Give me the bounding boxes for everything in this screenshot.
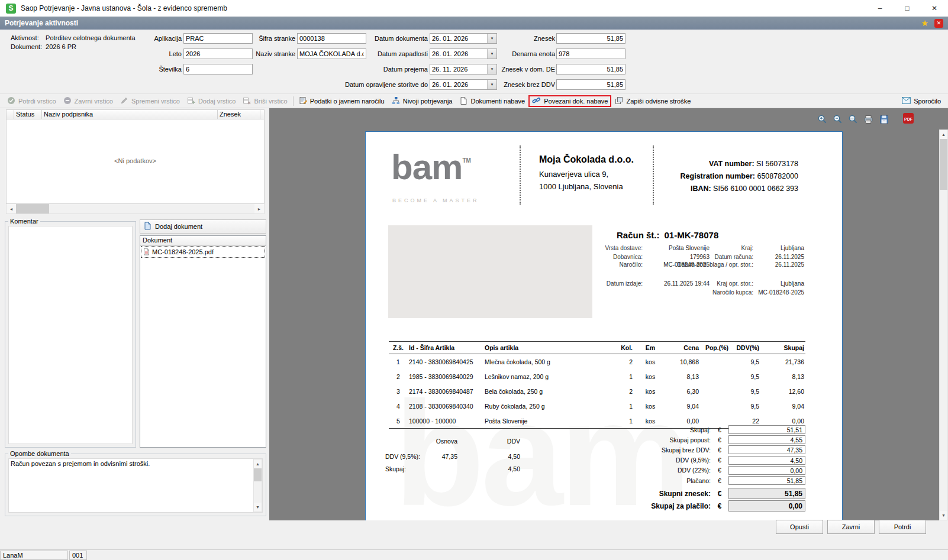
dotted-separator xyxy=(520,145,521,205)
notes-memo[interactable]: Račun povezan s prejemom in odvisnimi st… xyxy=(8,458,263,513)
datum-zapadlosti-label: Datum zapadlosti xyxy=(356,50,428,58)
datum-dokumenta-combo[interactable]: 26. 01. 2026 ▼ xyxy=(430,33,497,44)
invoice-totals: Skupaj: € 51,51 Skupaj popust: € 4,55 Sk… xyxy=(610,425,805,512)
dokument-value: 2026 6 PR xyxy=(46,43,76,50)
zoom-out-icon[interactable] xyxy=(832,114,843,125)
potrdi-vrstico-button: Potrdi vrstico xyxy=(4,95,60,107)
grid-col-naziv-podpisnika[interactable]: Naziv podpisnika xyxy=(42,109,218,119)
notes-vertical-scrollbar[interactable]: ▲ ▼ xyxy=(253,459,262,512)
pdf-file-icon xyxy=(143,248,150,257)
cascade-windows-icon xyxy=(615,96,623,106)
save-icon[interactable] xyxy=(878,114,889,125)
grid-horizontal-scrollbar[interactable]: ◄ ► xyxy=(6,204,265,214)
scroll-right-arrow[interactable]: ► xyxy=(254,204,264,213)
add-document-button[interactable]: Dodaj dokument xyxy=(140,219,266,234)
invoice-total-row: Skupni znesek: € 51,85 xyxy=(610,487,805,500)
exit-icon[interactable]: ✕ xyxy=(934,19,943,28)
denarna-enota-field[interactable] xyxy=(556,48,625,59)
sporocilo-button[interactable]: Sporočilo xyxy=(898,96,944,106)
zavrni-vrstico-button: Zavrni vrstico xyxy=(60,95,117,107)
documents-column-header[interactable]: Dokument xyxy=(140,236,266,246)
aplikacija-label: Aplikacija xyxy=(136,35,182,43)
check-circle-icon xyxy=(7,96,15,106)
pdf-icon[interactable]: PDF xyxy=(902,112,914,125)
signers-grid: Status Naziv podpisnika Znesek <Ni podat… xyxy=(6,109,265,214)
znesek-field[interactable] xyxy=(556,33,625,44)
invoice-item-row: 1 2140 - 3830069840425 Mlečna čokolada, … xyxy=(389,354,805,370)
zapisi-odvisne-stroske-button[interactable]: Zapiši odvisne stroške xyxy=(611,95,694,107)
nivoji-potrjevanja-button[interactable]: Nivoji potrjevanja xyxy=(388,95,456,107)
grid-col-status[interactable]: Status xyxy=(14,109,42,119)
invoice-table-header-row: Z.š.Id - Šifra ArtiklaOpis artiklaKol.Em… xyxy=(389,342,805,354)
scroll-thumb[interactable] xyxy=(254,468,262,481)
scroll-left-arrow[interactable]: ◄ xyxy=(7,204,16,213)
scroll-down-arrow[interactable]: ▼ xyxy=(940,511,947,520)
invoice-total-row: Skupaj za plačilo: € 0,00 xyxy=(610,500,805,512)
grid-col-znesek[interactable]: Znesek xyxy=(218,109,260,119)
scroll-down-arrow[interactable]: ▼ xyxy=(254,503,262,512)
window-title: Saop Potrjevanje - Javna ustanova - Šola… xyxy=(21,4,227,12)
zoom-in-icon[interactable] xyxy=(817,114,828,125)
invoice-total-row: Plačano: € 51,85 xyxy=(610,475,805,485)
stevilka-field[interactable] xyxy=(183,64,253,75)
komentar-textarea[interactable] xyxy=(8,226,133,444)
activity-header: Potrjevanje aktivnosti ★ ✕ xyxy=(0,17,948,30)
datum-storitve-combo[interactable]: 26. 01. 2026 ▼ xyxy=(430,79,497,90)
notes-text: Račun povezan s prejemom in odvisnimi st… xyxy=(11,460,249,467)
signers-grid-body: <Ni podatkov> xyxy=(6,119,265,204)
scroll-track[interactable] xyxy=(940,139,947,511)
scroll-thumb[interactable] xyxy=(940,139,947,190)
delete-row-icon xyxy=(243,96,251,106)
invoice-item-row: 4 2108 - 3830069840340 Ruby čokolada, 25… xyxy=(389,399,805,413)
dotted-separator xyxy=(653,145,654,205)
invoice-column-header: DDV(%) xyxy=(730,342,760,354)
status-code: 001 xyxy=(69,551,87,560)
aktivnost-label: Aktivnost: xyxy=(11,34,44,41)
envelope-icon xyxy=(902,97,911,105)
pdf-vertical-scrollbar[interactable]: ▲ ▼ xyxy=(939,130,948,520)
maximize-button[interactable]: □ xyxy=(894,0,921,17)
favorite-star-icon[interactable]: ★ xyxy=(921,19,928,27)
scroll-up-arrow[interactable]: ▲ xyxy=(940,130,947,139)
document-pencil-icon xyxy=(299,96,307,106)
print-icon[interactable] xyxy=(863,114,874,125)
naziv-stranke-label: Naziv stranke xyxy=(243,50,295,58)
application-window: S Saop Potrjevanje - Javna ustanova - Šo… xyxy=(0,0,948,560)
vendor-address: Moja Čokolada d.o.o. Kunaverjeva ulica 9… xyxy=(539,154,634,193)
znesek-brez-ddv-field[interactable] xyxy=(556,79,625,90)
scroll-thumb[interactable] xyxy=(16,204,49,213)
invoice-column-header: Skupaj xyxy=(760,342,805,354)
pdf-toolbar: 100 xyxy=(817,114,889,125)
datum-zapadlosti-combo[interactable]: 26. 01. 2026 ▼ xyxy=(430,48,497,59)
vat-ddv-header: DDV xyxy=(457,437,520,446)
minimize-button[interactable]: – xyxy=(866,0,894,17)
scroll-up-arrow[interactable]: ▲ xyxy=(254,459,262,468)
vat-summary-row: Skupaj: 4,50 xyxy=(385,465,520,474)
opusti-button[interactable]: Opusti xyxy=(776,520,823,534)
scroll-track[interactable] xyxy=(254,468,262,503)
document-list-item[interactable]: MC-018248-2025.pdf xyxy=(141,247,265,257)
invoice-item-row: 2 1985 - 3830069840029 Lešnikov namaz, 2… xyxy=(389,369,805,384)
znesek-label: Znesek xyxy=(491,35,555,43)
dokumenti-nabave-button[interactable]: Dokumenti nabave xyxy=(456,95,528,107)
invoice-column-header: Pop.(%) xyxy=(700,342,730,354)
znesek-dom-label: Znesek v dom. DE xyxy=(491,66,555,73)
dokument-label: Dokument: xyxy=(11,43,44,50)
podatki-narocilo-button[interactable]: Podatki o javnem naročilu xyxy=(295,95,388,107)
znesek-dom-field[interactable] xyxy=(556,64,625,75)
svg-text:100: 100 xyxy=(850,117,855,120)
scroll-track[interactable] xyxy=(49,204,254,213)
datum-prejema-combo[interactable]: 26. 11. 2026 ▼ xyxy=(430,64,497,75)
grid-col-filler xyxy=(260,109,265,119)
zoom-100-icon[interactable]: 100 xyxy=(847,114,859,125)
stevilka-label: Številka xyxy=(136,66,182,73)
invoice-meta-right: Kraj:Ljubljana Datum računa:26.11.2025 D… xyxy=(675,244,804,297)
close-button[interactable]: ✕ xyxy=(921,0,948,17)
zavrni-button[interactable]: Zavrni xyxy=(827,520,875,534)
dodaj-vrstico-button: Dodaj vrstico xyxy=(183,95,240,107)
vendor-tagline: BECOME A MASTER xyxy=(392,198,479,203)
potrdi-button[interactable]: Potrdi xyxy=(879,520,926,534)
povezani-dok-nabave-button[interactable]: Povezani dok. nabave xyxy=(528,95,611,107)
notes-label: Opombe dokumenta xyxy=(8,450,71,457)
invoice-vat-summary: Osnova DDV DDV (9,5%): 47,35 4,50 Skupaj… xyxy=(385,437,520,477)
